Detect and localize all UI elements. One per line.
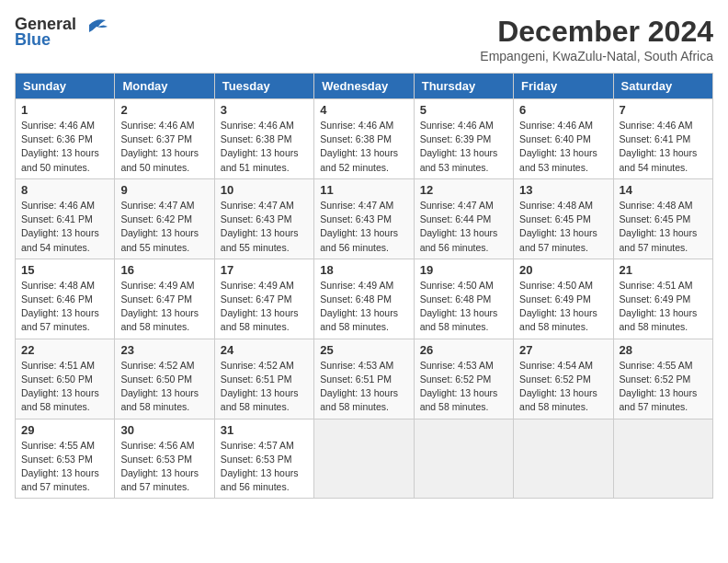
day-number: 22 — [21, 343, 108, 357]
day-number: 30 — [120, 423, 208, 437]
day-info: Sunrise: 4:50 AMSunset: 6:48 PMDaylight:… — [420, 280, 498, 333]
calendar-week-row: 22 Sunrise: 4:51 AMSunset: 6:50 PMDaylig… — [16, 339, 713, 419]
logo-bird-icon — [80, 16, 108, 34]
table-row: 26 Sunrise: 4:53 AMSunset: 6:52 PMDaylig… — [414, 339, 513, 419]
table-row: 8 Sunrise: 4:46 AMSunset: 6:41 PMDayligh… — [16, 178, 115, 259]
table-row: 11 Sunrise: 4:47 AMSunset: 6:43 PMDaylig… — [314, 178, 414, 259]
table-row — [613, 419, 712, 499]
day-info: Sunrise: 4:49 AMSunset: 6:47 PMDaylight:… — [221, 280, 299, 333]
header-monday: Monday — [115, 74, 214, 99]
day-info: Sunrise: 4:53 AMSunset: 6:51 PMDaylight:… — [320, 360, 398, 413]
table-row: 19 Sunrise: 4:50 AMSunset: 6:48 PMDaylig… — [414, 259, 513, 339]
day-number: 5 — [420, 103, 507, 117]
day-number: 16 — [120, 263, 208, 277]
day-number: 14 — [620, 183, 707, 197]
table-row: 9 Sunrise: 4:47 AMSunset: 6:42 PMDayligh… — [115, 178, 214, 259]
day-number: 28 — [620, 343, 707, 357]
day-number: 11 — [320, 183, 407, 197]
day-info: Sunrise: 4:51 AMSunset: 6:50 PMDaylight:… — [21, 360, 99, 413]
day-info: Sunrise: 4:46 AMSunset: 6:39 PMDaylight:… — [420, 120, 498, 173]
day-info: Sunrise: 4:46 AMSunset: 6:36 PMDaylight:… — [21, 120, 99, 173]
day-info: Sunrise: 4:54 AMSunset: 6:52 PMDaylight:… — [519, 360, 597, 413]
header-tuesday: Tuesday — [214, 74, 313, 99]
header-saturday: Saturday — [613, 74, 712, 99]
day-number: 21 — [620, 263, 707, 277]
day-number: 26 — [420, 343, 507, 357]
table-row: 18 Sunrise: 4:49 AMSunset: 6:48 PMDaylig… — [314, 259, 414, 339]
day-number: 27 — [519, 343, 607, 357]
day-info: Sunrise: 4:47 AMSunset: 6:43 PMDaylight:… — [320, 200, 398, 253]
day-info: Sunrise: 4:46 AMSunset: 6:40 PMDaylight:… — [519, 120, 597, 173]
day-info: Sunrise: 4:52 AMSunset: 6:51 PMDaylight:… — [221, 360, 299, 413]
day-number: 8 — [21, 183, 108, 197]
table-row: 28 Sunrise: 4:55 AMSunset: 6:52 PMDaylig… — [613, 339, 712, 419]
table-row: 12 Sunrise: 4:47 AMSunset: 6:44 PMDaylig… — [414, 178, 513, 259]
day-info: Sunrise: 4:48 AMSunset: 6:45 PMDaylight:… — [620, 200, 698, 253]
table-row: 6 Sunrise: 4:46 AMSunset: 6:40 PMDayligh… — [514, 99, 613, 179]
location-title: Empangeni, KwaZulu-Natal, South Africa — [480, 49, 713, 63]
day-number: 15 — [21, 263, 108, 277]
table-row: 13 Sunrise: 4:48 AMSunset: 6:45 PMDaylig… — [514, 178, 613, 259]
table-row: 20 Sunrise: 4:50 AMSunset: 6:49 PMDaylig… — [514, 259, 613, 339]
table-row — [514, 419, 613, 499]
day-number: 23 — [120, 343, 208, 357]
day-number: 12 — [420, 183, 507, 197]
calendar-week-row: 29 Sunrise: 4:55 AMSunset: 6:53 PMDaylig… — [16, 419, 713, 499]
table-row: 30 Sunrise: 4:56 AMSunset: 6:53 PMDaylig… — [115, 419, 214, 499]
header-thursday: Thursday — [414, 74, 513, 99]
day-info: Sunrise: 4:46 AMSunset: 6:41 PMDaylight:… — [620, 120, 698, 173]
table-row: 10 Sunrise: 4:47 AMSunset: 6:43 PMDaylig… — [214, 178, 313, 259]
day-info: Sunrise: 4:57 AMSunset: 6:53 PMDaylight:… — [221, 440, 299, 493]
day-number: 7 — [620, 103, 707, 117]
day-info: Sunrise: 4:52 AMSunset: 6:50 PMDaylight:… — [120, 360, 199, 413]
header-friday: Friday — [514, 74, 613, 99]
table-row: 21 Sunrise: 4:51 AMSunset: 6:49 PMDaylig… — [613, 259, 712, 339]
day-info: Sunrise: 4:53 AMSunset: 6:52 PMDaylight:… — [420, 360, 498, 413]
day-info: Sunrise: 4:47 AMSunset: 6:42 PMDaylight:… — [120, 200, 199, 253]
page-header: General Blue December 2024 Empangeni, Kw… — [15, 15, 713, 63]
day-number: 19 — [420, 263, 507, 277]
day-info: Sunrise: 4:51 AMSunset: 6:49 PMDaylight:… — [620, 280, 698, 333]
day-info: Sunrise: 4:50 AMSunset: 6:49 PMDaylight:… — [519, 280, 597, 333]
calendar-week-row: 15 Sunrise: 4:48 AMSunset: 6:46 PMDaylig… — [16, 259, 713, 339]
day-number: 9 — [120, 183, 208, 197]
day-info: Sunrise: 4:47 AMSunset: 6:44 PMDaylight:… — [420, 200, 498, 253]
logo-blue: Blue — [15, 30, 51, 50]
day-info: Sunrise: 4:55 AMSunset: 6:53 PMDaylight:… — [21, 440, 99, 493]
table-row — [314, 419, 414, 499]
table-row: 7 Sunrise: 4:46 AMSunset: 6:41 PMDayligh… — [613, 99, 712, 179]
day-info: Sunrise: 4:47 AMSunset: 6:43 PMDaylight:… — [221, 200, 299, 253]
table-row: 14 Sunrise: 4:48 AMSunset: 6:45 PMDaylig… — [613, 178, 712, 259]
day-info: Sunrise: 4:48 AMSunset: 6:45 PMDaylight:… — [519, 200, 597, 253]
day-number: 1 — [21, 103, 108, 117]
table-row: 22 Sunrise: 4:51 AMSunset: 6:50 PMDaylig… — [16, 339, 115, 419]
day-number: 13 — [519, 183, 607, 197]
table-row: 3 Sunrise: 4:46 AMSunset: 6:38 PMDayligh… — [214, 99, 313, 179]
day-info: Sunrise: 4:56 AMSunset: 6:53 PMDaylight:… — [120, 440, 199, 493]
table-row: 25 Sunrise: 4:53 AMSunset: 6:51 PMDaylig… — [314, 339, 414, 419]
day-info: Sunrise: 4:46 AMSunset: 6:41 PMDaylight:… — [21, 200, 99, 253]
table-row: 31 Sunrise: 4:57 AMSunset: 6:53 PMDaylig… — [214, 419, 313, 499]
day-info: Sunrise: 4:49 AMSunset: 6:47 PMDaylight:… — [120, 280, 199, 333]
table-row: 17 Sunrise: 4:49 AMSunset: 6:47 PMDaylig… — [214, 259, 313, 339]
table-row — [414, 419, 513, 499]
table-row: 16 Sunrise: 4:49 AMSunset: 6:47 PMDaylig… — [115, 259, 214, 339]
day-info: Sunrise: 4:46 AMSunset: 6:38 PMDaylight:… — [221, 120, 299, 173]
calendar-table: Sunday Monday Tuesday Wednesday Thursday… — [15, 73, 713, 499]
day-number: 6 — [519, 103, 607, 117]
header-sunday: Sunday — [16, 74, 115, 99]
day-number: 29 — [21, 423, 108, 437]
calendar-header-row: Sunday Monday Tuesday Wednesday Thursday… — [16, 74, 713, 99]
day-info: Sunrise: 4:46 AMSunset: 6:38 PMDaylight:… — [320, 120, 398, 173]
calendar-week-row: 1 Sunrise: 4:46 AMSunset: 6:36 PMDayligh… — [16, 99, 713, 179]
day-info: Sunrise: 4:49 AMSunset: 6:48 PMDaylight:… — [320, 280, 398, 333]
table-row: 23 Sunrise: 4:52 AMSunset: 6:50 PMDaylig… — [115, 339, 214, 419]
header-wednesday: Wednesday — [314, 74, 414, 99]
day-number: 20 — [519, 263, 607, 277]
day-number: 2 — [120, 103, 208, 117]
table-row: 1 Sunrise: 4:46 AMSunset: 6:36 PMDayligh… — [16, 99, 115, 179]
day-number: 18 — [320, 263, 407, 277]
month-title: December 2024 — [480, 15, 713, 49]
day-info: Sunrise: 4:46 AMSunset: 6:37 PMDaylight:… — [120, 120, 199, 173]
day-info: Sunrise: 4:48 AMSunset: 6:46 PMDaylight:… — [21, 280, 99, 333]
